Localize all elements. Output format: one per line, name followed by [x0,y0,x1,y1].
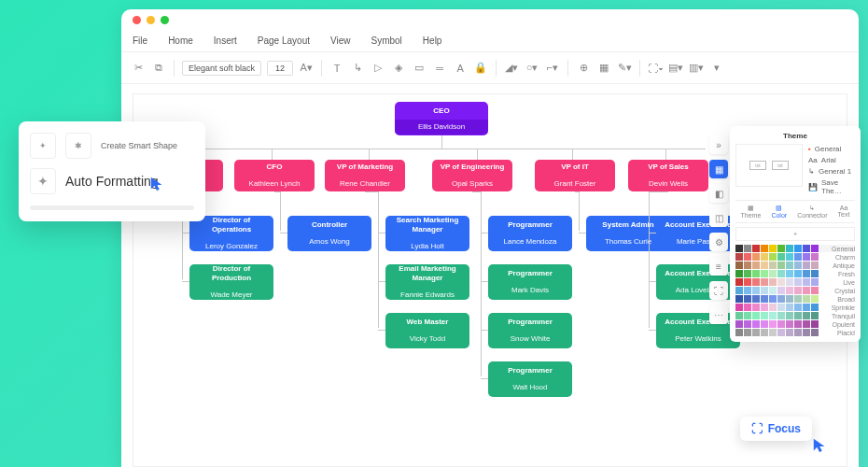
palette-row[interactable]: Broad [735,295,855,303]
palette-row[interactable]: Antique [735,262,855,269]
palette-row[interactable]: Tranquil [735,312,855,319]
color-swatch[interactable] [786,270,793,277]
color-swatch[interactable] [786,329,793,336]
color-swatch[interactable] [794,278,802,286]
palette-row[interactable]: Charm [735,253,855,261]
copy-icon[interactable]: ⧉ [151,61,166,76]
color-swatch[interactable] [803,329,810,336]
org-node-sub[interactable]: Web MasterVicky Todd [385,313,469,348]
color-swatch[interactable] [786,262,793,269]
theme-quick-general[interactable]: ▪General [806,144,855,154]
org-node-sub[interactable]: ProgrammerWalt Hood [488,361,572,397]
color-swatch[interactable] [735,245,743,252]
color-swatch[interactable] [769,295,777,303]
color-swatch[interactable] [735,312,743,319]
table-icon[interactable]: ▦ [596,61,611,76]
color-swatch[interactable] [803,245,810,252]
palette-row[interactable]: Opulent [735,320,855,328]
color-swatch[interactable] [735,320,743,328]
distribute-icon[interactable]: ▾ [709,61,724,76]
color-swatch[interactable] [735,304,743,311]
color-swatch[interactable] [752,320,760,328]
color-swatch[interactable] [744,320,751,328]
color-swatch[interactable] [803,304,810,311]
color-swatch[interactable] [811,270,819,277]
color-swatch[interactable] [769,287,777,294]
color-swatch[interactable] [735,287,743,294]
org-node-exec[interactable]: VP of EngineeringOpal Sparks [432,160,512,191]
color-swatch[interactable] [803,278,810,286]
color-swatch[interactable] [803,295,810,303]
org-node-exec[interactable]: CFOKathleen Lynch [234,160,315,191]
org-node-sub[interactable]: Search Marketing ManagerLydia Holt [385,216,469,251]
color-swatch[interactable] [803,262,810,269]
color-swatch[interactable] [777,278,785,286]
color-swatch[interactable] [744,245,751,252]
color-swatch[interactable] [761,329,768,336]
menu-page-layout[interactable]: Page Layout [258,35,310,46]
color-swatch[interactable] [761,320,768,328]
color-swatch[interactable] [744,329,751,336]
color-swatch[interactable] [735,270,743,277]
color-swatch[interactable] [777,312,785,319]
color-swatch[interactable] [761,312,768,319]
color-swatch[interactable] [769,312,777,319]
color-swatch[interactable] [777,287,785,294]
color-swatch[interactable] [744,253,751,261]
org-node-sub[interactable]: ProgrammerLance Mendoza [488,216,572,251]
color-swatch[interactable] [794,329,802,336]
tab-color[interactable]: ▨Color [771,205,787,219]
color-swatch[interactable] [752,295,760,303]
tab-connector[interactable]: ↳Connector [797,205,827,219]
zoom-icon[interactable]: ⊕ [576,61,591,76]
layers-icon[interactable]: ◈ [391,61,406,76]
menu-symbol[interactable]: Symbol [371,35,402,46]
color-swatch[interactable] [761,278,768,286]
color-swatch[interactable] [811,253,819,261]
sparkle-icon[interactable]: ✦ [30,133,56,159]
color-swatch[interactable] [803,270,810,277]
text-tool-icon[interactable]: T [329,61,344,76]
menu-file[interactable]: File [133,35,147,46]
auto-format-icon[interactable]: ✦ [30,168,56,194]
color-swatch[interactable] [794,304,802,311]
font-family-select[interactable]: Elegant soft black [182,61,261,76]
focus-tab-icon[interactable]: ⛶ [709,281,728,300]
color-swatch[interactable] [735,253,743,261]
color-swatch[interactable] [744,270,751,277]
menu-home[interactable]: Home [168,35,193,46]
grid-icon[interactable]: ▤▾ [668,61,683,76]
cut-icon[interactable]: ✂ [131,61,146,76]
menu-help[interactable]: Help [423,35,442,46]
color-swatch[interactable] [811,320,819,328]
fill-icon[interactable]: ◢▾ [504,61,519,76]
color-swatch[interactable] [752,253,760,261]
org-node-exec[interactable]: VP of SalesDevin Wells [628,160,708,191]
font-size-select[interactable]: 12 [267,61,293,76]
edit-icon[interactable]: ✎▾ [617,61,632,76]
color-swatch[interactable] [794,270,802,277]
org-node-sub[interactable]: ControllerAmos Wong [287,216,371,251]
outline-icon[interactable]: ○▾ [525,61,539,76]
theme-quick-arial[interactable]: AaArial [806,155,855,165]
theme-quick-save[interactable]: 💾Save The… [806,177,855,196]
palette-row[interactable]: Live [735,278,855,286]
org-node-sub[interactable]: Director of OperationsLeroy Gonzalez [189,216,273,251]
color-swatch[interactable] [786,320,793,328]
format-slider[interactable] [30,205,194,210]
focus-button[interactable]: ⛶ Focus [740,417,812,441]
color-swatch[interactable] [786,304,793,311]
palette-row[interactable]: General [735,245,855,252]
fit-icon[interactable]: ⛶▾ [648,61,663,76]
color-swatch[interactable] [769,329,777,336]
color-swatch[interactable] [761,270,768,277]
color-swatch[interactable] [803,253,810,261]
palette-row[interactable]: Crystal [735,287,855,294]
line-tool-icon[interactable]: ═ [432,61,447,76]
color-swatch[interactable] [761,245,768,252]
color-swatch[interactable] [769,262,777,269]
color-swatch[interactable] [761,253,768,261]
color-swatch[interactable] [777,262,785,269]
shape-tool-icon[interactable]: ▭ [412,61,427,76]
color-swatch[interactable] [769,253,777,261]
